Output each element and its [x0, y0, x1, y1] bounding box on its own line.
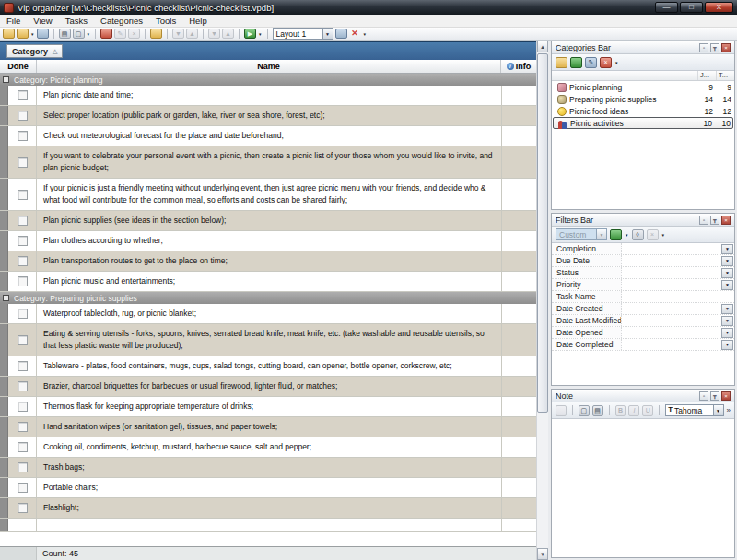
task-checkbox[interactable]: [18, 442, 28, 452]
chevron-down-icon[interactable]: ▼: [721, 304, 733, 314]
panel-maximize-icon[interactable]: ▫: [699, 216, 708, 225]
panel-pin-icon[interactable]: ┳: [710, 43, 719, 52]
category-group-header[interactable]: Category: Preparing picnic supplies: [0, 292, 536, 304]
edit-category-icon[interactable]: ✎: [585, 57, 597, 68]
panel-close-icon[interactable]: ×: [721, 43, 731, 52]
collapse-icon[interactable]: [3, 76, 9, 83]
new-category-icon[interactable]: [556, 57, 567, 68]
chevron-down-icon[interactable]: ▼: [721, 340, 733, 350]
task-checkbox[interactable]: [18, 462, 28, 472]
chevron-down-icon[interactable]: ▼: [322, 29, 333, 39]
customize-layout-icon[interactable]: [335, 29, 347, 39]
task-row[interactable]: Plan picnic music and entertainments;: [0, 272, 536, 292]
font-combo[interactable]: T Tahoma ▼: [665, 404, 723, 416]
panel-pin-icon[interactable]: ┳: [710, 391, 719, 401]
task-checkbox[interactable]: [18, 158, 28, 168]
menu-help[interactable]: Help: [182, 16, 214, 26]
scroll-down-icon[interactable]: ▼: [537, 548, 548, 560]
task-row[interactable]: Portable chairs;: [0, 478, 536, 498]
task-checkbox[interactable]: [18, 381, 28, 391]
category-item[interactable]: Picnic food ideas1212: [553, 105, 733, 117]
chevron-down-icon[interactable]: ▼: [721, 244, 733, 254]
chevron-down-icon[interactable]: ▼: [721, 268, 733, 278]
toolbar-overflow-icon[interactable]: ▾: [614, 60, 619, 65]
chevron-down-icon[interactable]: ▼: [721, 280, 733, 290]
task-row[interactable]: Hand sanitation wipes (or sanitation gel…: [0, 417, 536, 438]
chevron-down-icon[interactable]: ▾: [258, 31, 263, 37]
print-note-icon[interactable]: ▤: [592, 405, 603, 416]
category-item[interactable]: Picnic planning99: [553, 81, 733, 93]
task-checkbox[interactable]: [18, 335, 28, 345]
filter-value-field[interactable]: [622, 255, 721, 266]
save-icon[interactable]: [37, 29, 49, 39]
filter-value-field[interactable]: [622, 267, 721, 278]
chevron-down-icon[interactable]: ▾: [363, 31, 368, 37]
chevron-down-icon[interactable]: ▾: [30, 31, 35, 37]
task-checkbox[interactable]: [18, 190, 28, 200]
panel-maximize-icon[interactable]: ▫: [699, 391, 708, 401]
category-group-header[interactable]: Category: Picnic planning: [0, 74, 536, 86]
task-checkbox[interactable]: [18, 256, 28, 266]
menu-view[interactable]: View: [27, 16, 58, 26]
grid-vertical-scrollbar[interactable]: ▲ ▼: [536, 41, 548, 560]
chevron-down-icon[interactable]: ▼: [713, 405, 723, 415]
menu-tasks[interactable]: Tasks: [59, 16, 94, 26]
task-row[interactable]: Flashlight;: [0, 498, 536, 519]
task-checkbox[interactable]: [18, 131, 28, 141]
menu-tools[interactable]: Tools: [149, 16, 182, 26]
filter-value-field[interactable]: [622, 327, 721, 338]
filter-value-field[interactable]: [622, 315, 721, 326]
task-row[interactable]: Tableware - plates, food containers, mug…: [0, 356, 536, 377]
new-organizer-icon[interactable]: [3, 29, 15, 39]
category-item[interactable]: Preparing picnic supplies1414: [553, 93, 733, 105]
column-header-done[interactable]: Done: [0, 60, 37, 73]
group-by-category-button[interactable]: Category △: [6, 44, 63, 58]
apply-filter-icon[interactable]: [610, 229, 622, 240]
task-checkbox[interactable]: [18, 216, 28, 226]
task-row[interactable]: Plan picnic date and time;: [0, 86, 536, 106]
task-checkbox[interactable]: [18, 90, 28, 100]
task-row[interactable]: If your picnic is just a friendly meetin…: [0, 179, 536, 211]
collapse-icon[interactable]: [3, 295, 9, 301]
task-row[interactable]: Cooking oil, condiments, ketchup, mustar…: [0, 438, 536, 458]
task-row[interactable]: Brazier, charcoal briquettes for barbecu…: [0, 377, 536, 397]
task-row[interactable]: Plan picnic supplies (see ideas in the s…: [0, 211, 536, 231]
layout-combo[interactable]: Layout 1▼: [273, 28, 333, 40]
panel-close-icon[interactable]: ×: [721, 391, 731, 401]
task-checkbox[interactable]: [18, 236, 28, 246]
task-checkbox[interactable]: [18, 361, 28, 371]
chevron-down-icon[interactable]: ▾: [87, 31, 91, 37]
new-note-icon[interactable]: ▢: [579, 405, 590, 416]
toolbar-overflow-icon[interactable]: ▾: [661, 232, 666, 238]
print-icon[interactable]: ▤: [59, 29, 71, 39]
delete-layout-icon[interactable]: ✕: [349, 29, 361, 39]
maximize-button[interactable]: □: [680, 2, 703, 13]
filter-value-field[interactable]: [622, 291, 734, 302]
panel-pin-icon[interactable]: ┳: [710, 216, 719, 225]
new-task-icon[interactable]: [100, 29, 112, 39]
filter-value-field[interactable]: [622, 279, 721, 290]
note-text-area[interactable]: [552, 420, 734, 557]
task-checkbox[interactable]: [18, 309, 28, 319]
task-row[interactable]: Thermos flask for keeping appropriate te…: [0, 397, 536, 417]
chevron-down-icon[interactable]: ▼: [721, 316, 733, 326]
toolbar-overflow-icon[interactable]: »: [727, 406, 731, 414]
filter-preset-combo[interactable]: Custom ▼: [556, 228, 607, 240]
filter-value-field[interactable]: [622, 303, 721, 314]
task-checkbox[interactable]: [18, 111, 28, 121]
task-row[interactable]: If you want to celebrate your personal e…: [0, 146, 536, 179]
go-layout-icon[interactable]: ▶: [244, 29, 256, 39]
open-organizer-icon[interactable]: [17, 29, 29, 39]
category-item[interactable]: Picnic activities1010: [553, 117, 733, 129]
menu-file[interactable]: File: [0, 16, 27, 26]
task-row[interactable]: Eating & serving utensils - forks, spoon…: [0, 324, 536, 356]
print-preview-icon[interactable]: ▢: [73, 29, 85, 39]
menu-categories[interactable]: Categories: [94, 16, 149, 26]
task-checkbox[interactable]: [18, 422, 28, 432]
task-row[interactable]: Select proper location (public park or g…: [0, 106, 536, 126]
scrollbar-thumb[interactable]: [537, 53, 548, 413]
new-subcategory-icon[interactable]: [570, 57, 582, 68]
minimize-button[interactable]: —: [655, 2, 678, 13]
clear-filter-icon[interactable]: ◊: [632, 229, 644, 240]
task-checkbox[interactable]: [18, 276, 28, 286]
